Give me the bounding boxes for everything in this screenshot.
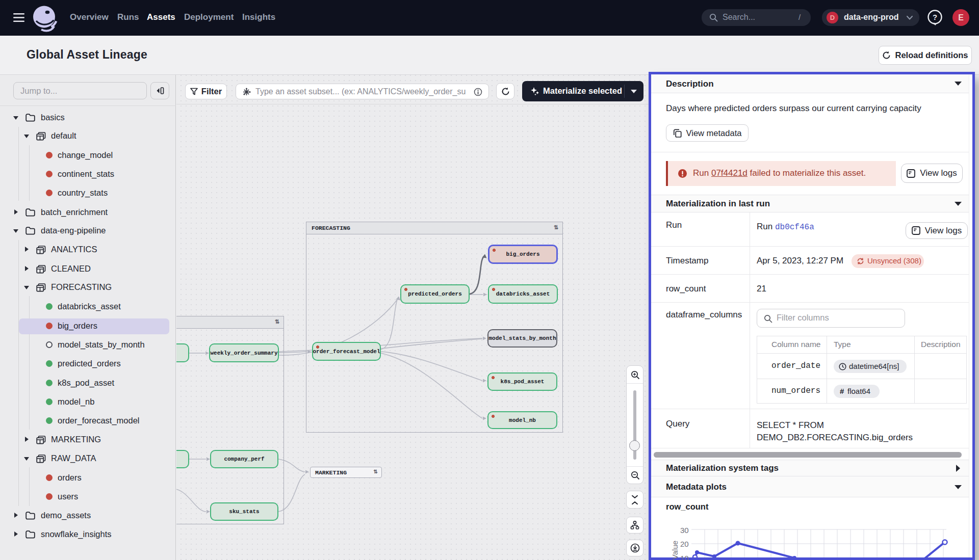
svg-text:?: ? [933,13,937,21]
